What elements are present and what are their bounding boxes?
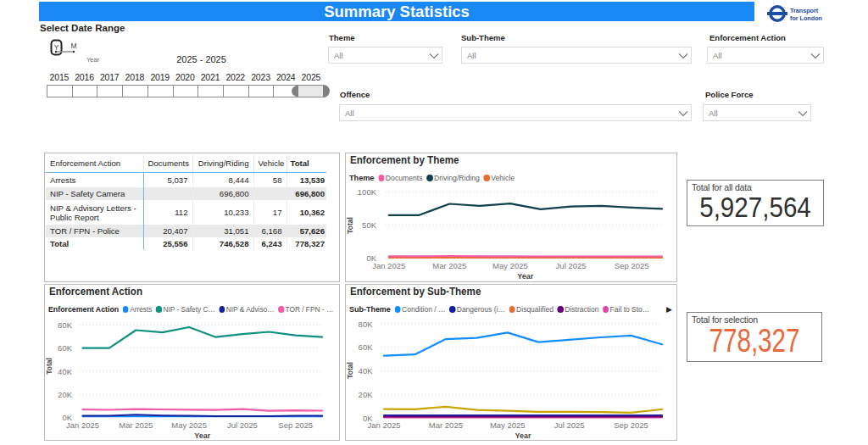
svg-text:Mar 2025: Mar 2025 xyxy=(119,420,153,430)
svg-text:Year: Year xyxy=(517,272,534,281)
svg-text:Total: Total xyxy=(45,358,53,375)
svg-text:May 2025: May 2025 xyxy=(492,261,528,270)
svg-text:Sep 2025: Sep 2025 xyxy=(615,261,649,270)
svg-text:Jul 2025: Jul 2025 xyxy=(556,261,587,270)
svg-text:Mar 2025: Mar 2025 xyxy=(432,261,466,270)
svg-text:Total: Total xyxy=(346,362,354,379)
svg-text:May 2025: May 2025 xyxy=(171,420,207,430)
svg-text:80K: 80K xyxy=(58,320,73,330)
svg-text:Year: Year xyxy=(194,431,211,440)
svg-text:M: M xyxy=(70,42,76,50)
svg-text:Transport: Transport xyxy=(790,7,819,14)
svg-text:Jul 2025: Jul 2025 xyxy=(227,420,258,430)
svg-text:80K: 80K xyxy=(359,320,374,329)
svg-text:20K: 20K xyxy=(359,390,374,399)
svg-text:60K: 60K xyxy=(359,342,374,352)
svg-text:May 2025: May 2025 xyxy=(490,420,526,430)
svg-text:Sep 2025: Sep 2025 xyxy=(278,420,313,430)
svg-text:100K: 100K xyxy=(358,187,377,197)
svg-text:40K: 40K xyxy=(58,367,73,376)
svg-text:Y: Y xyxy=(54,43,59,52)
svg-text:Year: Year xyxy=(515,431,531,440)
svg-text:Jan 2025: Jan 2025 xyxy=(66,420,99,430)
svg-text:60K: 60K xyxy=(58,343,73,353)
svg-text:40K: 40K xyxy=(359,366,374,375)
svg-text:Mar 2025: Mar 2025 xyxy=(429,420,463,430)
svg-text:Sep 2025: Sep 2025 xyxy=(614,420,648,430)
svg-text:for London: for London xyxy=(790,14,822,22)
svg-text:Jul 2025: Jul 2025 xyxy=(554,420,585,430)
svg-text:Jan 2025: Jan 2025 xyxy=(372,261,405,270)
svg-text:Total: Total xyxy=(346,217,354,234)
svg-text:50K: 50K xyxy=(362,220,377,230)
svg-text:20K: 20K xyxy=(58,390,73,399)
svg-text:Jan 2025: Jan 2025 xyxy=(367,420,400,430)
svg-text:Year: Year xyxy=(86,56,100,64)
